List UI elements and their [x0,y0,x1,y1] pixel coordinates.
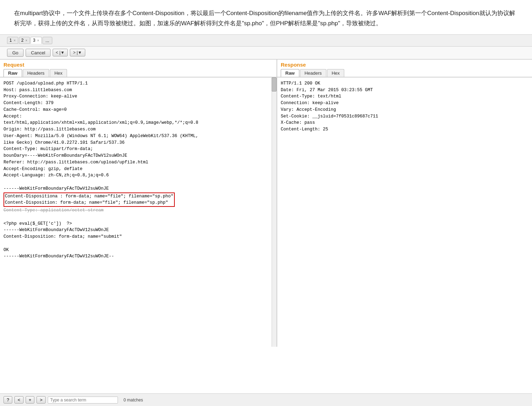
tab-1-close[interactable]: × [14,39,16,42]
response-content: HTTP/1.1 200 OK Date: Fri, 27 Mar 2015 0… [277,77,532,347]
search-input[interactable] [48,397,118,404]
response-tab-headers[interactable]: Headers [300,69,326,77]
main-panels: Request Raw Headers Hex POST /upload/upl… [0,59,532,347]
request-sub-tabs: Raw Headers Hex [0,69,277,77]
request-content: POST /upload/upload.php HTTP/1.1 Host: p… [0,77,277,347]
intro-text: 在multipart协议中，一个文件上传块存在多个Content-Disposi… [0,0,532,34]
response-tab-hex[interactable]: Hex [327,69,344,77]
request-label: Request [0,60,277,69]
response-content-area: HTTP/1.1 200 OK Date: Fri, 27 Mar 2015 0… [277,77,532,347]
bottom-back-button[interactable]: < [14,396,24,404]
toolbar: Go Cancel < |▼ > |▼ [0,47,532,59]
tab-2[interactable]: 2 × [19,37,30,44]
response-label: Response [277,60,532,69]
request-tab-raw[interactable]: Raw [4,69,22,77]
tab-3-close[interactable]: × [37,39,39,42]
left-panel: Request Raw Headers Hex POST /upload/upl… [0,60,277,347]
tab-1[interactable]: 1 × [7,37,18,44]
tab-more[interactable]: ... [42,37,53,44]
tab-2-label: 2 [21,38,24,43]
add-button[interactable]: + [26,396,35,404]
response-sub-tabs: Raw Headers Hex [277,69,532,77]
bottom-bar: ? < + > 0 matches [0,393,532,406]
forward-button[interactable]: > |▼ [70,49,85,56]
tab-1-label: 1 [9,38,12,43]
request-tab-headers[interactable]: Headers [23,69,49,77]
cancel-button[interactable]: Cancel [26,49,50,57]
request-tab-hex[interactable]: Hex [50,69,67,77]
highlight-disposition-1: Content-Dispositiona : form-data; name="… [4,192,175,207]
match-count: 0 matches [124,398,143,402]
response-tab-raw[interactable]: Raw [281,69,299,77]
tab-3[interactable]: 3 × [31,37,42,44]
tab-3-label: 3 [33,38,35,43]
help-button[interactable]: ? [4,396,12,404]
scroll-thumb[interactable] [272,77,277,92]
back-button[interactable]: < |▼ [53,49,68,56]
tab-bar: 1 × 2 × 3 × ... [0,34,532,47]
tab-2-close[interactable]: × [25,39,27,42]
go-button[interactable]: Go [7,49,24,57]
request-content-wrapper: POST /upload/upload.php HTTP/1.1 Host: p… [0,77,277,347]
scrollbar[interactable] [272,77,277,347]
bottom-forward-button[interactable]: > [36,396,46,404]
right-panel: Response Raw Headers Hex HTTP/1.1 200 OK… [277,60,532,347]
